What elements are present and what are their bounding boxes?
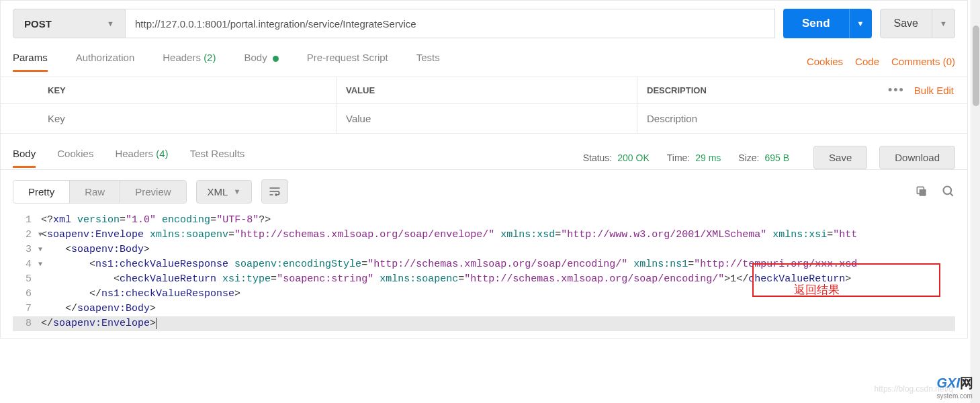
tab-response-headers-label: Headers: [115, 148, 153, 159]
send-button[interactable]: Send: [783, 9, 849, 38]
request-tabs: Params Authorization Headers (2) Body Pr…: [1, 46, 967, 77]
params-table-row: [1, 104, 967, 134]
response-body-code[interactable]: 返回结果 1<?xml version="1.0" encoding="UTF-…: [1, 213, 967, 338]
vertical-scrollbar[interactable]: [971, 0, 980, 339]
svg-rect-0: [920, 189, 926, 196]
more-options-icon[interactable]: •••: [888, 83, 905, 97]
send-dropdown-button[interactable]: ▼: [849, 9, 872, 38]
cookies-link[interactable]: Cookies: [807, 56, 843, 67]
tab-headers[interactable]: Headers (2): [163, 52, 216, 71]
params-table-header: KEY VALUE DESCRIPTION ••• Bulk Edit: [1, 77, 967, 104]
fold-icon[interactable]: ▼: [38, 228, 42, 242]
param-value-input[interactable]: [346, 113, 637, 124]
download-button[interactable]: Download: [879, 146, 955, 169]
view-preview-button[interactable]: Preview: [120, 181, 185, 203]
column-desc-header: DESCRIPTION: [637, 77, 861, 103]
wrap-icon: [268, 185, 281, 198]
copy-icon[interactable]: [915, 185, 928, 198]
code-line: 3▼ <soapenv:Body>: [13, 242, 955, 257]
column-value-header: VALUE: [337, 77, 637, 103]
fold-icon[interactable]: ▼: [38, 257, 42, 272]
response-tabs: Body Cookies Headers (4) Test Results St…: [1, 134, 967, 169]
tab-response-headers[interactable]: Headers (4): [115, 148, 168, 167]
chevron-down-icon: ▼: [857, 19, 864, 28]
code-line: 2▼<soapenv:Envelope xmlns:soapenv="http:…: [13, 228, 955, 242]
annotation-text: 返回结果: [794, 282, 840, 298]
tab-params[interactable]: Params: [13, 52, 48, 71]
save-button[interactable]: Save: [880, 9, 932, 38]
status-value: 200 OK: [617, 152, 649, 163]
tab-authorization[interactable]: Authorization: [76, 52, 135, 71]
svg-line-3: [950, 193, 953, 196]
url-value: http://127.0.0.1:8001/portal.integration…: [135, 18, 416, 30]
comments-link[interactable]: Comments (0): [891, 56, 955, 67]
wrap-lines-button[interactable]: [261, 179, 288, 204]
svg-point-2: [944, 187, 952, 195]
save-dropdown-button[interactable]: ▼: [932, 9, 955, 38]
url-input[interactable]: http://127.0.0.1:8001/portal.integration…: [126, 9, 775, 38]
column-key-header: KEY: [38, 77, 337, 103]
code-line: 1<?xml version="1.0" encoding="UTF-8"?>: [13, 213, 955, 228]
tab-response-cookies[interactable]: Cookies: [57, 148, 93, 167]
http-method-select[interactable]: POST ▼: [13, 9, 126, 38]
status-label: Status:: [583, 152, 613, 163]
response-save-button[interactable]: Save: [813, 146, 867, 169]
param-key-input[interactable]: [48, 113, 336, 124]
size-value: 695 B: [764, 152, 789, 163]
annotation-box: [752, 263, 940, 297]
bulk-edit-link[interactable]: Bulk Edit: [914, 85, 954, 96]
search-icon[interactable]: [942, 185, 955, 198]
tab-body-label: Body: [244, 52, 267, 63]
chevron-down-icon: ▼: [233, 187, 240, 195]
tab-headers-count: (2): [204, 52, 216, 63]
response-view-toolbar: Pretty Raw Preview XML ▼: [1, 169, 967, 213]
param-desc-input[interactable]: [647, 113, 861, 124]
fold-icon[interactable]: ▼: [38, 242, 42, 257]
scrollbar-thumb[interactable]: [973, 26, 979, 106]
tab-test-results[interactable]: Test Results: [190, 148, 245, 167]
code-line: 7 </soapenv:Body>: [13, 302, 955, 316]
chevron-down-icon: ▼: [940, 19, 947, 28]
view-pretty-button[interactable]: Pretty: [13, 181, 70, 203]
tab-prerequest[interactable]: Pre-request Script: [307, 52, 388, 71]
tab-headers-label: Headers: [163, 52, 201, 63]
request-bar: POST ▼ http://127.0.0.1:8001/portal.inte…: [1, 1, 967, 46]
dot-indicator-icon: [273, 56, 279, 62]
code-link[interactable]: Code: [855, 56, 879, 67]
time-label: Time:: [667, 152, 690, 163]
size-label: Size:: [738, 152, 759, 163]
time-value: 29 ms: [695, 152, 721, 163]
format-value: XML: [208, 186, 228, 197]
http-method-value: POST: [24, 18, 52, 30]
tab-response-headers-count: (4): [156, 148, 168, 159]
tab-body[interactable]: Body: [244, 52, 278, 71]
chevron-down-icon: ▼: [107, 19, 114, 28]
response-status-bar: Status: 200 OK Time: 29 ms Size: 695 B S…: [583, 146, 955, 169]
tab-response-body[interactable]: Body: [13, 148, 36, 167]
format-select[interactable]: XML ▼: [196, 180, 253, 204]
code-line: 8</soapenv:Envelope>: [13, 316, 955, 331]
tab-tests[interactable]: Tests: [416, 52, 440, 71]
view-raw-button[interactable]: Raw: [70, 181, 120, 203]
